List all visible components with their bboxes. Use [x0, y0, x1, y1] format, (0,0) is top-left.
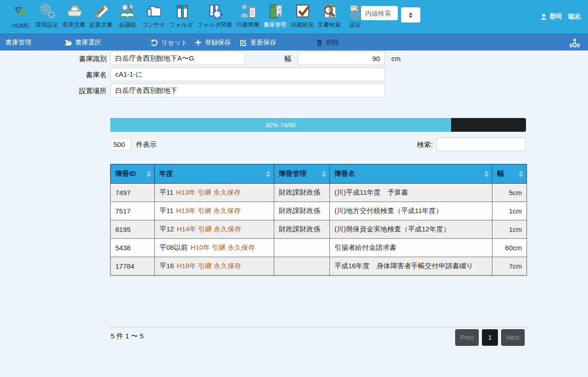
nav-label: 文書検索 [318, 21, 341, 29]
nav-item-env-settings[interactable]: 環境設定 [35, 1, 58, 29]
nav-label: 書庫管理 [264, 21, 287, 29]
reset-icon [151, 39, 158, 46]
cell-volume-id: 5438 [111, 239, 155, 257]
capacity-bar-fill: 82% 74/90 [110, 118, 451, 132]
cell-year: 平08以前H10年 引継 永久保存 [155, 239, 274, 257]
retention-tag: H14年 引継 永久保存 [177, 225, 242, 233]
nav-item-doc-search[interactable]: 文書検索 [318, 1, 341, 29]
folder-open-icon [64, 39, 72, 46]
select-archive-button[interactable]: 書庫選択 [64, 34, 101, 51]
search-scope-select[interactable] [401, 7, 420, 23]
nav-label: コンテナ [142, 21, 165, 29]
register-save-button[interactable]: 登録保存 [195, 34, 231, 51]
shelf-id-input[interactable] [110, 51, 245, 65]
header-volume-name[interactable]: 簿冊名 [330, 164, 492, 184]
nav-item-transfer-disposal[interactable]: 引継廃棄 [237, 1, 260, 29]
sort-icon [484, 171, 489, 177]
nav-item-approval-status[interactable]: 決裁状況 [291, 1, 314, 29]
table-row[interactable]: 17784 平16H18年 引継 永久保存 平成16年度 身体障害者手帳交付申請… [111, 257, 527, 276]
nav-label: 収受文書 [62, 21, 85, 29]
cell-management: 財政課財政係 [274, 220, 330, 239]
nav-item-meeting-minutes[interactable]: 会議録 [117, 1, 138, 29]
update-save-label: 更新保存 [250, 39, 276, 47]
shelf-name-input[interactable] [110, 68, 385, 81]
reset-button[interactable]: リセット [151, 34, 187, 51]
home-logo-icon [11, 3, 30, 22]
cell-volume-name: 引揚者給付金請求書 [330, 239, 492, 257]
action-toolbar: 書庫管理 書庫選択 リセット 登録保存 更新保存 削除 [0, 34, 588, 51]
volume-table: 簿冊ID 年度 簿冊管理 簿冊名 幅 7497 平11H13年 引継 永久保存 … [110, 164, 527, 276]
location-input[interactable] [110, 84, 385, 97]
user-name: 郡司 聡志 [550, 12, 581, 21]
volume-table-container: 簿冊ID 年度 簿冊管理 簿冊名 幅 7497 平11H13年 引継 永久保存 … [110, 164, 527, 276]
delete-label: 削除 [326, 39, 339, 47]
cell-volume-id: 7497 [111, 184, 155, 202]
current-page-button[interactable]: 1 [482, 329, 498, 346]
table-search-label: 検索: [394, 141, 433, 149]
table-search-input[interactable] [436, 137, 526, 151]
table-row[interactable]: 7497 平11H13年 引継 永久保存 財政課財政係 (川)平成11年度 予算… [111, 184, 527, 202]
star-podium-icon [569, 37, 581, 49]
location-label: 設置場所 [60, 87, 107, 96]
archive-cabinet-icon [266, 1, 284, 21]
cell-year: 平11H13年 引継 永久保存 [155, 184, 274, 202]
table-row[interactable]: 8195 平12H14年 引継 永久保存 財政課財政係 (川)簡保資金実地検査（… [111, 220, 527, 239]
page-size-label: 件表示 [136, 141, 157, 149]
nav-label: フォルダ [170, 21, 193, 29]
user-icon [540, 13, 547, 20]
cell-management: 財政課財政係 [274, 202, 330, 220]
nav-item-home[interactable]: HOME [10, 3, 31, 29]
width-input[interactable] [298, 51, 385, 65]
next-page-button[interactable]: Next [501, 329, 525, 346]
nav-label: フォルダ関連 [197, 21, 232, 29]
nav-item-folder-related[interactable]: フォルダ関連 [197, 1, 232, 29]
page-size-input[interactable] [110, 138, 131, 151]
nav-label: HOME [12, 23, 29, 29]
cell-year: 平16H18年 引継 永久保存 [155, 257, 274, 276]
shelf-id-label: 書庫識別 [60, 55, 107, 63]
retention-tag: H10年 引継 永久保存 [191, 243, 255, 251]
cell-volume-name: (川)地方交付税検査（平成11年度） [330, 202, 492, 220]
sort-icon [266, 171, 271, 177]
delete-button[interactable]: 削除 [316, 34, 339, 51]
capacity-bar: 82% 74/90 [110, 118, 526, 132]
nav-label: 起案文書 [90, 21, 113, 29]
header-year[interactable]: 年度 [155, 164, 274, 184]
header-width[interactable]: 幅 [492, 164, 527, 184]
cell-width: 1cm [492, 220, 527, 239]
cell-year: 平12H14年 引継 永久保存 [155, 220, 274, 239]
cell-volume-id: 8195 [111, 220, 155, 239]
sort-icon [322, 171, 326, 177]
edit-icon [240, 39, 247, 46]
cell-management [274, 239, 330, 257]
table-row[interactable]: 7517 平11H13年 引継 永久保存 財政課財政係 (川)地方交付税検査（平… [111, 202, 527, 220]
gears-icon [38, 1, 56, 21]
extension-search-input[interactable] [361, 6, 398, 20]
table-row[interactable]: 5438 平08以前H10年 引継 永久保存 引揚者給付金請求書 60cm [111, 239, 527, 257]
nav-item-draft-docs[interactable]: 起案文書 [90, 1, 113, 29]
shelf-name-label: 書庫名 [60, 71, 107, 79]
nav-label: 設定 [350, 21, 361, 29]
nav-item-archive-management[interactable]: 書庫管理 [264, 1, 287, 29]
width-unit: cm [391, 55, 401, 62]
cell-volume-name: (川)簡保資金実地検査（平成12年度） [330, 220, 492, 239]
record-count-info: 5 件 1 〜 5 [111, 332, 144, 341]
nav-item-received-docs[interactable]: 収受文書 [62, 1, 85, 29]
user-menu[interactable]: 郡司 聡志 [540, 12, 581, 21]
header-volume-id[interactable]: 簿冊ID [111, 164, 155, 184]
container-folder-icon [145, 1, 163, 21]
cell-volume-id: 7517 [111, 202, 155, 220]
retention-tag: H13年 引継 永久保存 [176, 207, 241, 214]
retention-tag: H18年 引継 永久保存 [177, 262, 242, 270]
main-menu: HOME 環境設定 収受文書 起案文書 [10, 1, 366, 29]
prev-page-button[interactable]: Prev [455, 329, 479, 346]
checkbox-icon [293, 1, 311, 21]
plus-icon [195, 39, 202, 46]
nav-item-folder[interactable]: フォルダ [170, 1, 193, 29]
cell-width: 5cm [492, 184, 527, 202]
update-save-button[interactable]: 更新保存 [240, 34, 276, 51]
favorite-ranking-button[interactable] [569, 36, 581, 50]
nav-item-container[interactable]: コンテナ [142, 1, 165, 29]
chevron-up-icon [409, 12, 413, 15]
header-management[interactable]: 簿冊管理 [274, 164, 330, 184]
